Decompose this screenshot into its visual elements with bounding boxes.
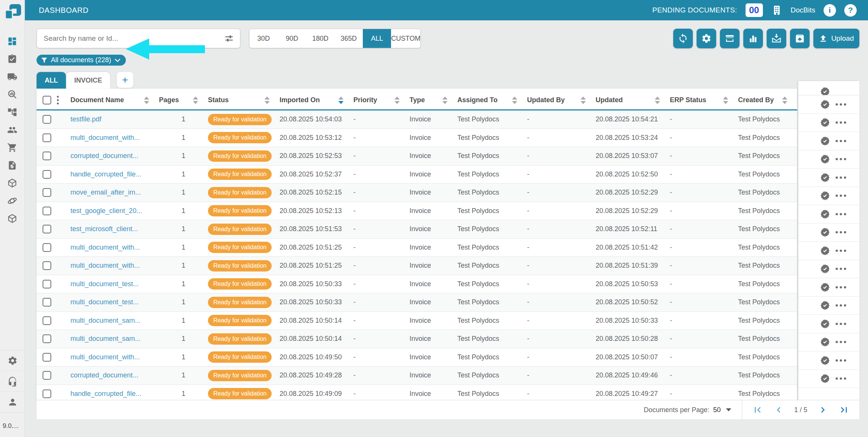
docbits-logo-icon[interactable] <box>4 4 21 22</box>
verified-seal-icon[interactable] <box>820 227 830 237</box>
row-more-options-icon[interactable] <box>836 286 846 288</box>
sidebar-item-tasks[interactable] <box>0 50 25 68</box>
row-more-options-icon[interactable] <box>836 250 846 252</box>
document-name-link[interactable]: test_microsoft_client... <box>70 225 138 233</box>
table-row[interactable]: handle_corrupted_file... 1 Ready for val… <box>37 166 797 184</box>
date-range-90d[interactable]: 90D <box>278 29 306 48</box>
per-page-dropdown-icon[interactable] <box>726 408 731 411</box>
table-row[interactable]: test_google_client_20... 1 Ready for val… <box>37 202 797 221</box>
table-row[interactable]: multi_document_sam... 1 Ready for valida… <box>37 330 797 348</box>
sidebar-item-support[interactable] <box>0 371 25 392</box>
sidebar-item-analytics-search[interactable] <box>0 86 25 103</box>
sidebar-item-invoices[interactable] <box>0 156 25 174</box>
row-checkbox[interactable] <box>43 353 51 362</box>
refresh-button[interactable] <box>673 29 693 48</box>
document-name-link[interactable]: multi_document_test... <box>70 298 139 306</box>
documents-filter-pill[interactable]: All documents (228) <box>37 55 126 66</box>
column-header-updated-by[interactable]: Updated By <box>527 96 596 104</box>
column-header-priority[interactable]: Priority <box>353 96 410 104</box>
table-row[interactable]: handle_corrupted_file... 1 Ready for val… <box>37 385 797 400</box>
settings-button[interactable] <box>697 29 716 48</box>
mail-import-button[interactable] <box>767 29 786 48</box>
column-header-erp-status[interactable]: ERP Status <box>670 96 738 104</box>
table-row[interactable]: multi_document_test... 1 Ready for valid… <box>37 275 797 294</box>
row-checkbox[interactable] <box>43 316 51 325</box>
table-row[interactable]: multi_document_test... 1 Ready for valid… <box>37 293 797 312</box>
sidebar-item-integrations[interactable] <box>0 192 25 210</box>
brand-name[interactable]: DocBits <box>791 6 815 14</box>
verified-seal-icon[interactable] <box>820 282 830 292</box>
verified-seal-icon[interactable] <box>820 264 830 274</box>
verified-seal-icon[interactable] <box>820 191 830 201</box>
row-more-options-icon[interactable] <box>836 103 846 106</box>
column-header-updated[interactable]: Updated <box>596 96 670 104</box>
sidebar-item-inventory[interactable] <box>0 210 25 227</box>
export-box-button[interactable] <box>790 29 810 48</box>
verified-seal-icon[interactable] <box>820 246 830 256</box>
row-more-options-icon[interactable] <box>836 268 846 270</box>
search-input[interactable]: Search by name or Id... <box>37 29 240 48</box>
tab-invoice[interactable]: INVOICE <box>66 72 110 89</box>
date-range-30d[interactable]: 30D <box>249 29 278 48</box>
column-header-status[interactable]: Status <box>208 96 280 104</box>
document-name-link[interactable]: multi_document_sam... <box>70 317 141 324</box>
first-page-button[interactable] <box>752 404 763 416</box>
info-icon[interactable]: i <box>824 4 836 17</box>
row-more-options-icon[interactable] <box>836 323 846 325</box>
row-more-options-icon[interactable] <box>836 304 846 307</box>
document-name-link[interactable]: multi_document_with... <box>70 262 140 269</box>
row-more-options-icon[interactable] <box>836 140 846 142</box>
table-row[interactable]: corrupted_document... 1 Ready for valida… <box>37 366 797 385</box>
verified-seal-icon[interactable] <box>820 301 830 310</box>
document-name-link[interactable]: multi_document_test... <box>70 280 139 288</box>
scanner-button[interactable] <box>720 29 740 48</box>
date-range-180d[interactable]: 180D <box>306 29 335 48</box>
row-checkbox[interactable] <box>43 152 51 160</box>
column-header-imported-on[interactable]: Imported On <box>280 96 353 104</box>
row-checkbox[interactable] <box>43 334 51 343</box>
verified-seal-icon[interactable] <box>820 136 830 146</box>
pending-documents-count[interactable]: 00 <box>746 3 763 17</box>
table-row[interactable]: multi_document_with... 1 Ready for valid… <box>37 348 797 367</box>
row-checkbox[interactable] <box>43 298 51 307</box>
tab-all[interactable]: ALL <box>37 72 66 89</box>
row-more-options-icon[interactable] <box>836 213 846 215</box>
upload-button[interactable]: Upload <box>813 29 859 48</box>
column-header-pages[interactable]: Pages <box>159 96 208 104</box>
sidebar-item-users[interactable] <box>0 121 25 139</box>
document-name-link[interactable]: handle_corrupted_file... <box>70 170 141 178</box>
row-more-options-icon[interactable] <box>836 121 846 124</box>
row-checkbox[interactable] <box>43 188 51 197</box>
row-more-options-icon[interactable] <box>836 231 846 233</box>
document-name-link[interactable]: move_email_after_im... <box>70 189 141 196</box>
table-row[interactable]: multi_document_with... 1 Ready for valid… <box>37 257 797 275</box>
sidebar-item-dashboard[interactable] <box>0 32 25 50</box>
verified-seal-icon[interactable] <box>820 209 830 219</box>
sidebar-item-settings[interactable] <box>0 350 25 371</box>
per-page-value[interactable]: 50 <box>713 406 721 414</box>
sidebar-item-profile[interactable] <box>0 392 25 412</box>
column-header-assigned-to[interactable]: Assigned To <box>457 96 527 104</box>
document-name-link[interactable]: multi_document_sam... <box>70 335 141 342</box>
search-filter-tune-icon[interactable] <box>224 34 234 43</box>
date-range-all[interactable]: ALL <box>363 29 391 48</box>
table-menu-kebab-icon[interactable] <box>57 96 59 104</box>
verified-seal-icon[interactable] <box>820 118 830 127</box>
sidebar-item-shipping[interactable] <box>0 68 25 86</box>
add-tab-button[interactable]: + <box>117 72 133 88</box>
column-header-type[interactable]: Type <box>410 96 457 104</box>
analytics-button[interactable] <box>743 29 763 48</box>
row-checkbox[interactable] <box>43 371 51 380</box>
document-name-link[interactable]: corrupted_document... <box>70 371 138 379</box>
document-name-link[interactable]: multi_document_with... <box>70 134 140 141</box>
date-range-365d[interactable]: 365D <box>335 29 363 48</box>
verified-seal-icon[interactable] <box>820 319 830 329</box>
previous-page-button[interactable] <box>773 404 784 416</box>
verified-seal-icon[interactable] <box>820 374 830 383</box>
table-row[interactable]: corrupted_document... 1 Ready for valida… <box>37 147 797 166</box>
row-checkbox[interactable] <box>43 389 51 398</box>
select-all-checkbox[interactable] <box>43 96 51 104</box>
row-checkbox[interactable] <box>43 207 51 215</box>
sidebar-item-workflow[interactable] <box>0 103 25 121</box>
verified-seal-icon[interactable] <box>820 100 830 109</box>
